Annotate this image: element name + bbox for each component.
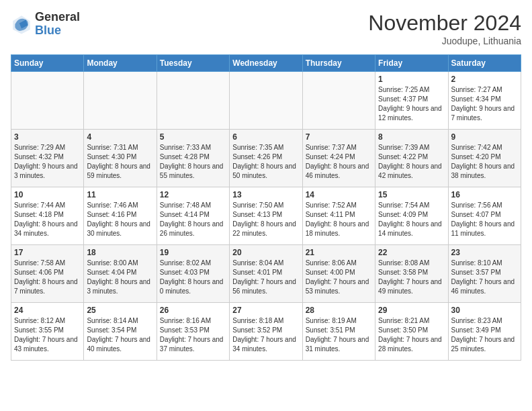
day-number: 21 bbox=[306, 248, 372, 257]
calendar-cell: 9Sunrise: 7:42 AM Sunset: 4:20 PM Daylig… bbox=[448, 130, 521, 187]
calendar-cell: 29Sunrise: 8:21 AM Sunset: 3:50 PM Dayli… bbox=[375, 303, 448, 361]
calendar-body: 1Sunrise: 7:25 AM Sunset: 4:37 PM Daylig… bbox=[11, 72, 521, 361]
day-number: 11 bbox=[87, 190, 153, 199]
calendar-cell bbox=[11, 72, 84, 130]
calendar-cell: 28Sunrise: 8:19 AM Sunset: 3:51 PM Dayli… bbox=[302, 303, 375, 361]
day-info: Sunrise: 8:04 AM Sunset: 4:01 PM Dayligh… bbox=[232, 259, 299, 296]
day-info: Sunrise: 8:23 AM Sunset: 3:49 PM Dayligh… bbox=[451, 316, 518, 354]
day-info: Sunrise: 8:12 AM Sunset: 3:55 PM Dayligh… bbox=[14, 316, 81, 354]
day-info: Sunrise: 7:56 AM Sunset: 4:07 PM Dayligh… bbox=[451, 201, 518, 238]
calendar-cell: 2Sunrise: 7:27 AM Sunset: 4:34 PM Daylig… bbox=[448, 72, 521, 130]
title-block: November 2024 Juodupe, Lithuania bbox=[368, 11, 521, 46]
calendar-week-row: 3Sunrise: 7:29 AM Sunset: 4:32 PM Daylig… bbox=[11, 130, 521, 187]
logo-icon bbox=[11, 13, 32, 35]
page-header: General Blue November 2024 Juodupe, Lith… bbox=[11, 11, 521, 46]
day-number: 22 bbox=[378, 248, 445, 257]
day-number: 18 bbox=[87, 248, 153, 257]
calendar-cell bbox=[302, 72, 375, 130]
calendar-cell: 21Sunrise: 8:06 AM Sunset: 4:00 PM Dayli… bbox=[302, 245, 375, 303]
calendar-week-row: 1Sunrise: 7:25 AM Sunset: 4:37 PM Daylig… bbox=[11, 72, 521, 130]
calendar-cell: 3Sunrise: 7:29 AM Sunset: 4:32 PM Daylig… bbox=[11, 130, 84, 187]
weekday-header-thursday: Thursday bbox=[302, 55, 375, 72]
day-number: 9 bbox=[451, 132, 518, 142]
day-number: 7 bbox=[306, 132, 372, 142]
day-number: 20 bbox=[232, 248, 299, 257]
calendar-week-row: 24Sunrise: 8:12 AM Sunset: 3:55 PM Dayli… bbox=[11, 303, 521, 361]
day-number: 10 bbox=[14, 190, 81, 199]
calendar-cell: 10Sunrise: 7:44 AM Sunset: 4:18 PM Dayli… bbox=[11, 187, 84, 245]
day-number: 15 bbox=[378, 190, 445, 199]
day-number: 25 bbox=[87, 306, 153, 315]
day-info: Sunrise: 8:18 AM Sunset: 3:52 PM Dayligh… bbox=[232, 316, 299, 354]
calendar-cell: 14Sunrise: 7:52 AM Sunset: 4:11 PM Dayli… bbox=[302, 187, 375, 245]
day-info: Sunrise: 7:27 AM Sunset: 4:34 PM Dayligh… bbox=[451, 85, 518, 123]
weekday-header-wednesday: Wednesday bbox=[230, 55, 302, 72]
calendar-cell: 20Sunrise: 8:04 AM Sunset: 4:01 PM Dayli… bbox=[230, 245, 302, 303]
day-info: Sunrise: 7:48 AM Sunset: 4:14 PM Dayligh… bbox=[160, 201, 226, 238]
calendar-cell: 24Sunrise: 8:12 AM Sunset: 3:55 PM Dayli… bbox=[11, 303, 84, 361]
day-info: Sunrise: 8:06 AM Sunset: 4:00 PM Dayligh… bbox=[306, 259, 372, 296]
day-number: 1 bbox=[378, 75, 445, 84]
calendar-cell: 26Sunrise: 8:16 AM Sunset: 3:53 PM Dayli… bbox=[157, 303, 229, 361]
logo-general-text: General bbox=[35, 11, 80, 24]
day-number: 26 bbox=[160, 306, 226, 315]
day-info: Sunrise: 8:21 AM Sunset: 3:50 PM Dayligh… bbox=[378, 316, 445, 354]
day-info: Sunrise: 7:52 AM Sunset: 4:11 PM Dayligh… bbox=[306, 201, 372, 238]
weekday-header-saturday: Saturday bbox=[448, 55, 521, 72]
day-info: Sunrise: 7:39 AM Sunset: 4:22 PM Dayligh… bbox=[378, 143, 445, 181]
calendar-week-row: 10Sunrise: 7:44 AM Sunset: 4:18 PM Dayli… bbox=[11, 187, 521, 245]
day-number: 30 bbox=[451, 306, 518, 315]
logo-text: General Blue bbox=[35, 11, 80, 38]
logo-blue-text: Blue bbox=[35, 24, 80, 38]
day-info: Sunrise: 7:25 AM Sunset: 4:37 PM Dayligh… bbox=[378, 85, 445, 123]
day-info: Sunrise: 7:46 AM Sunset: 4:16 PM Dayligh… bbox=[87, 201, 153, 238]
day-info: Sunrise: 7:54 AM Sunset: 4:09 PM Dayligh… bbox=[378, 201, 445, 238]
day-info: Sunrise: 8:16 AM Sunset: 3:53 PM Dayligh… bbox=[160, 316, 226, 354]
weekday-header-monday: Monday bbox=[84, 55, 157, 72]
calendar-cell: 8Sunrise: 7:39 AM Sunset: 4:22 PM Daylig… bbox=[375, 130, 448, 187]
calendar-cell: 1Sunrise: 7:25 AM Sunset: 4:37 PM Daylig… bbox=[375, 72, 448, 130]
day-info: Sunrise: 7:42 AM Sunset: 4:20 PM Dayligh… bbox=[451, 143, 518, 181]
calendar-cell: 15Sunrise: 7:54 AM Sunset: 4:09 PM Dayli… bbox=[375, 187, 448, 245]
day-number: 27 bbox=[232, 306, 299, 315]
day-number: 2 bbox=[451, 75, 518, 84]
day-number: 5 bbox=[160, 132, 226, 142]
day-info: Sunrise: 8:10 AM Sunset: 3:57 PM Dayligh… bbox=[451, 259, 518, 296]
calendar-cell: 13Sunrise: 7:50 AM Sunset: 4:13 PM Dayli… bbox=[230, 187, 302, 245]
calendar-cell bbox=[230, 72, 302, 130]
calendar-cell: 5Sunrise: 7:33 AM Sunset: 4:28 PM Daylig… bbox=[157, 130, 229, 187]
calendar-cell: 23Sunrise: 8:10 AM Sunset: 3:57 PM Dayli… bbox=[448, 245, 521, 303]
calendar-cell: 7Sunrise: 7:37 AM Sunset: 4:24 PM Daylig… bbox=[302, 130, 375, 187]
day-info: Sunrise: 7:44 AM Sunset: 4:18 PM Dayligh… bbox=[14, 201, 81, 238]
day-number: 13 bbox=[232, 190, 299, 199]
calendar-cell: 30Sunrise: 8:23 AM Sunset: 3:49 PM Dayli… bbox=[448, 303, 521, 361]
day-info: Sunrise: 8:00 AM Sunset: 4:04 PM Dayligh… bbox=[87, 259, 153, 296]
day-info: Sunrise: 7:35 AM Sunset: 4:26 PM Dayligh… bbox=[232, 143, 299, 181]
day-number: 6 bbox=[232, 132, 299, 142]
calendar-cell: 19Sunrise: 8:02 AM Sunset: 4:03 PM Dayli… bbox=[157, 245, 229, 303]
calendar-table: SundayMondayTuesdayWednesdayThursdayFrid… bbox=[11, 54, 521, 361]
day-info: Sunrise: 8:19 AM Sunset: 3:51 PM Dayligh… bbox=[306, 316, 372, 354]
day-number: 12 bbox=[160, 190, 226, 199]
day-number: 8 bbox=[378, 132, 445, 142]
calendar-cell: 16Sunrise: 7:56 AM Sunset: 4:07 PM Dayli… bbox=[448, 187, 521, 245]
day-info: Sunrise: 8:08 AM Sunset: 3:58 PM Dayligh… bbox=[378, 259, 445, 296]
weekday-header-sunday: Sunday bbox=[11, 55, 84, 72]
day-number: 4 bbox=[87, 132, 153, 142]
day-number: 19 bbox=[160, 248, 226, 257]
weekday-header-tuesday: Tuesday bbox=[157, 55, 229, 72]
day-number: 29 bbox=[378, 306, 445, 315]
day-number: 3 bbox=[14, 132, 81, 142]
day-info: Sunrise: 7:31 AM Sunset: 4:30 PM Dayligh… bbox=[87, 143, 153, 181]
month-title: November 2024 bbox=[368, 11, 521, 36]
calendar-cell: 11Sunrise: 7:46 AM Sunset: 4:16 PM Dayli… bbox=[84, 187, 157, 245]
calendar-cell: 25Sunrise: 8:14 AM Sunset: 3:54 PM Dayli… bbox=[84, 303, 157, 361]
day-info: Sunrise: 8:14 AM Sunset: 3:54 PM Dayligh… bbox=[87, 316, 153, 354]
calendar-cell: 12Sunrise: 7:48 AM Sunset: 4:14 PM Dayli… bbox=[157, 187, 229, 245]
calendar-cell: 6Sunrise: 7:35 AM Sunset: 4:26 PM Daylig… bbox=[230, 130, 302, 187]
day-info: Sunrise: 7:29 AM Sunset: 4:32 PM Dayligh… bbox=[14, 143, 81, 181]
location: Juodupe, Lithuania bbox=[368, 36, 521, 46]
calendar-cell bbox=[84, 72, 157, 130]
day-number: 28 bbox=[306, 306, 372, 315]
logo: General Blue bbox=[11, 11, 80, 38]
